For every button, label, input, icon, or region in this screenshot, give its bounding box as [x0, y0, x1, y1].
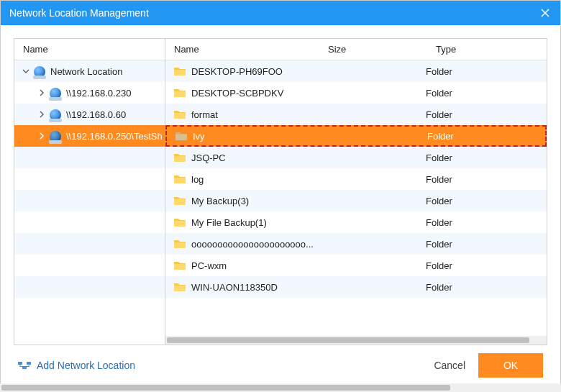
network-icon [49, 86, 62, 99]
svg-rect-8 [174, 242, 186, 248]
tree-row-empty [14, 276, 165, 298]
close-icon [540, 8, 550, 18]
col-size[interactable]: Size [319, 44, 427, 55]
col-type[interactable]: Type [427, 44, 547, 55]
network-icon [49, 108, 62, 121]
svg-rect-11 [18, 362, 22, 365]
file-row[interactable]: PC-wxmFolder [165, 255, 547, 276]
tree-scrollbar-h[interactable] [0, 383, 561, 392]
svg-rect-10 [174, 286, 186, 291]
file-name: My File Backup(1) [188, 217, 318, 228]
panels: Name Network Location\\192.168.0.230\\19… [14, 38, 547, 345]
file-row[interactable]: DESKTOP-PH69FOOFolder [165, 60, 547, 82]
network-icon [33, 65, 46, 78]
file-name: Ivy [190, 131, 319, 142]
svg-rect-5 [174, 178, 186, 183]
tree-row-empty [14, 211, 165, 233]
file-type: Folder [426, 174, 547, 185]
file-name: My Backup(3) [188, 196, 318, 206]
folder-icon [171, 152, 188, 163]
titlebar: Network Location Management [1, 1, 560, 25]
svg-rect-9 [174, 264, 186, 270]
file-scrollbar-h[interactable] [165, 336, 547, 345]
chevron-down-icon[interactable] [20, 65, 32, 77]
svg-rect-2 [174, 113, 186, 119]
tree-row-empty [14, 147, 165, 168]
svg-rect-1 [174, 91, 186, 97]
close-button[interactable] [539, 6, 552, 19]
file-name: oooooooooooooooooooooo... [188, 239, 318, 250]
add-network-location-button[interactable]: Add Network Location [18, 360, 135, 371]
file-type: Folder [426, 152, 547, 163]
tree-row-empty [14, 190, 165, 211]
file-row[interactable]: formatFolder [165, 104, 547, 125]
file-type: Folder [426, 217, 547, 228]
file-name: DESKTOP-PH69FOO [188, 66, 318, 77]
tree-row[interactable]: \\192.168.0.250\TestSh [14, 125, 165, 147]
tree-item-label: \\192.168.0.60 [66, 109, 165, 120]
network-icon [49, 129, 62, 142]
folder-icon [171, 88, 188, 98]
file-name: WIN-UAON118350D [188, 282, 318, 293]
cancel-button[interactable]: Cancel [434, 360, 465, 371]
file-row[interactable]: IvyFolder [165, 125, 547, 147]
tree-header-name: Name [14, 44, 165, 55]
chevron-right-icon[interactable] [36, 109, 47, 120]
file-name: log [188, 174, 318, 185]
svg-rect-7 [174, 221, 186, 227]
col-name[interactable]: Name [165, 44, 319, 55]
file-type: Folder [427, 131, 545, 142]
add-network-location-label: Add Network Location [37, 360, 135, 371]
tree-row[interactable]: Network Location [14, 60, 165, 82]
folder-icon [171, 239, 188, 249]
file-name: format [188, 109, 318, 120]
folder-icon [171, 174, 188, 184]
tree-row-empty [14, 255, 165, 276]
tree-panel: Name Network Location\\192.168.0.230\\19… [14, 39, 165, 345]
file-list[interactable]: DESKTOP-PH69FOOFolderDESKTOP-SCBPDKVFold… [165, 60, 547, 345]
ok-button[interactable]: OK [478, 353, 543, 378]
file-row[interactable]: My File Backup(1)Folder [165, 211, 547, 233]
file-row[interactable]: oooooooooooooooooooooo...Folder [165, 233, 547, 255]
window-title: Network Location Management [9, 7, 539, 19]
scrollbar-thumb[interactable] [167, 337, 529, 343]
file-row[interactable]: My Backup(3)Folder [165, 190, 547, 211]
file-row[interactable]: WIN-UAON118350DFolder [165, 276, 547, 298]
file-row-empty [165, 298, 547, 319]
svg-rect-12 [27, 362, 31, 365]
scrollbar-thumb[interactable] [1, 385, 450, 391]
svg-rect-16 [20, 366, 29, 367]
tree-item-label: \\192.168.0.230 [66, 88, 165, 99]
file-type: Folder [426, 109, 547, 120]
svg-rect-4 [174, 156, 186, 162]
file-name: PC-wxm [188, 260, 318, 271]
chevron-right-icon[interactable] [36, 87, 47, 99]
file-type: Folder [426, 260, 547, 271]
tree-row-empty [14, 298, 165, 319]
svg-rect-3 [175, 135, 187, 140]
tree[interactable]: Network Location\\192.168.0.230\\192.168… [14, 60, 165, 345]
file-type: Folder [426, 66, 547, 77]
folder-icon [173, 131, 190, 141]
file-row[interactable]: logFolder [165, 168, 547, 190]
file-row[interactable]: JSQ-PCFolder [165, 147, 547, 168]
tree-row-empty [14, 168, 165, 190]
folder-icon [171, 109, 188, 119]
file-name: JSQ-PC [188, 152, 318, 163]
svg-rect-0 [174, 70, 186, 76]
folder-icon [171, 217, 188, 227]
file-type: Folder [426, 239, 547, 250]
tree-row[interactable]: \\192.168.0.230 [14, 82, 165, 104]
add-network-icon [18, 360, 31, 370]
chevron-right-icon[interactable] [36, 130, 47, 142]
file-panel: Name Size Type DESKTOP-PH69FOOFolderDESK… [165, 39, 547, 345]
file-row[interactable]: DESKTOP-SCBPDKVFolder [165, 82, 547, 104]
tree-header: Name [14, 39, 165, 60]
folder-icon [171, 260, 188, 270]
file-header: Name Size Type [165, 39, 547, 60]
folder-icon [171, 282, 188, 292]
tree-row[interactable]: \\192.168.0.60 [14, 104, 165, 125]
svg-rect-6 [174, 199, 186, 205]
tree-item-label: Network Location [50, 66, 165, 77]
tree-item-label: \\192.168.0.250\TestSh [66, 131, 165, 142]
